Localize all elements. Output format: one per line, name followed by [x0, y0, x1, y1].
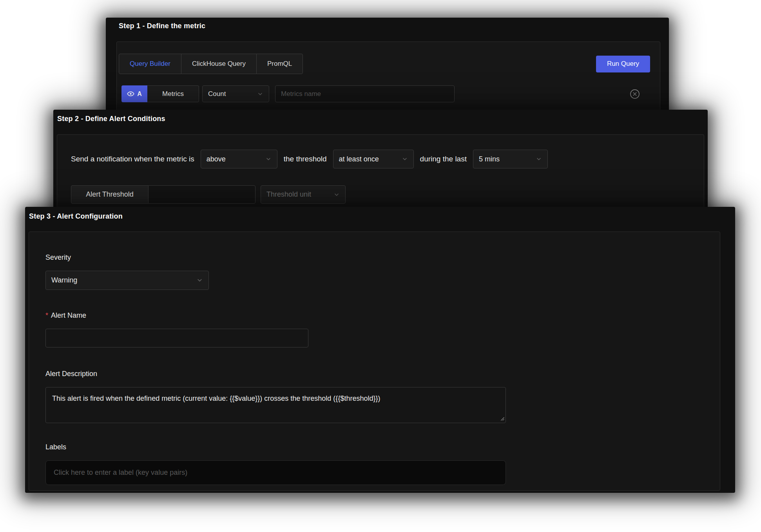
query-card: Query Builder ClickHouse Query PromQL Ru… [116, 42, 660, 116]
chevron-down-icon [265, 156, 272, 162]
tab-clickhouse-query[interactable]: ClickHouse Query [181, 54, 257, 74]
query-builder-row: A Metrics Count [121, 85, 650, 102]
alert-description-wrap: This alert is fired when the defined met… [45, 387, 506, 423]
metric-name-input[interactable] [275, 85, 455, 102]
condition-operator-select[interactable]: above [201, 150, 277, 168]
threshold-unit-select[interactable]: Threshold unit [261, 185, 346, 204]
chevron-down-icon [536, 156, 542, 162]
alert-name-label: *Alert Name [45, 311, 720, 320]
labels-input[interactable] [45, 460, 506, 485]
step1-panel: Step 1 - Define the metric Query Builder… [106, 18, 669, 116]
eye-icon [127, 90, 134, 98]
chevron-down-icon [257, 91, 263, 97]
threshold-unit-placeholder: Threshold unit [266, 190, 311, 199]
condition-operator-value: above [207, 155, 226, 163]
chevron-down-icon [333, 192, 340, 198]
eval-window-value: 5 mins [479, 155, 500, 163]
alert-threshold-input[interactable] [148, 185, 255, 204]
alert-description-textarea[interactable]: This alert is fired when the defined met… [45, 387, 506, 423]
tab-promql[interactable]: PromQL [256, 54, 303, 74]
condition-sentence: Send a notification when the metric is a… [71, 150, 548, 168]
aggregation-value: Count [208, 90, 226, 98]
query-type-tabs: Query Builder ClickHouse Query PromQL Ru… [119, 54, 650, 74]
resize-grip-icon[interactable] [500, 416, 505, 421]
labels-label: Labels [45, 443, 720, 451]
condition-text-3: during the last [420, 155, 467, 163]
severity-label: Severity [45, 253, 720, 262]
alert-configuration-card: Severity Warning *Alert Name Alert Descr… [29, 232, 720, 491]
alert-threshold-addon-label: Alert Threshold [71, 185, 149, 204]
chevron-down-icon [196, 277, 203, 284]
severity-select[interactable]: Warning [45, 271, 209, 290]
alert-name-label-text: Alert Name [51, 311, 86, 319]
query-letter: A [137, 90, 142, 98]
match-type-select[interactable]: at least once [333, 150, 414, 168]
condition-text-1: Send a notification when the metric is [71, 155, 194, 163]
remove-query-icon[interactable] [629, 89, 640, 100]
match-type-value: at least once [339, 155, 379, 163]
severity-value: Warning [51, 276, 77, 284]
tab-query-builder[interactable]: Query Builder [119, 54, 181, 74]
eval-window-select[interactable]: 5 mins [473, 150, 548, 168]
alert-description-label: Alert Description [45, 369, 720, 378]
chevron-down-icon [402, 156, 408, 162]
aggregation-select[interactable]: Count [202, 85, 269, 102]
alert-name-input[interactable] [45, 329, 308, 347]
data-source-button[interactable]: Metrics [147, 85, 199, 102]
query-visibility-toggle[interactable]: A [121, 85, 147, 102]
required-asterisk: * [45, 311, 48, 319]
run-query-button[interactable]: Run Query [596, 56, 650, 72]
threshold-row: Alert Threshold Threshold unit [71, 185, 346, 204]
condition-text-2: the threshold [284, 155, 327, 163]
step2-title: Step 2 - Define Alert Conditions [57, 115, 165, 123]
step1-title: Step 1 - Define the metric [119, 22, 205, 30]
step3-title: Step 3 - Alert Configuration [29, 212, 123, 221]
step3-panel: Step 3 - Alert Configuration Severity Wa… [25, 207, 735, 493]
